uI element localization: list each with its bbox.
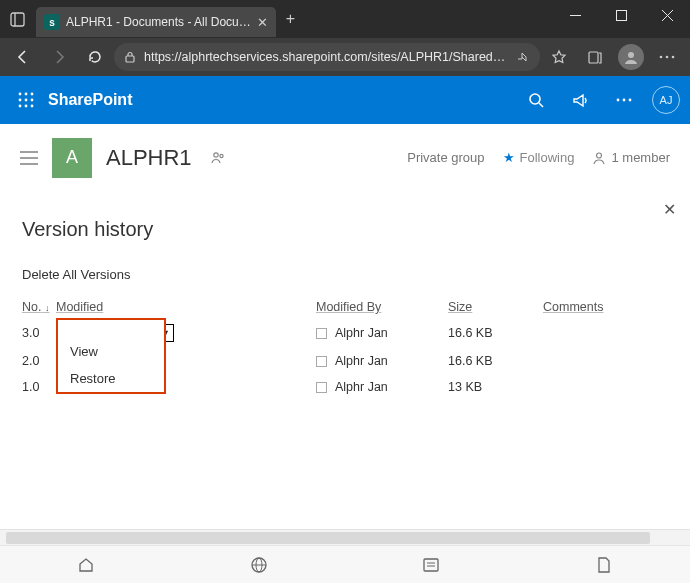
members-link[interactable]: 1 member [592, 150, 670, 165]
forward-button[interactable] [42, 42, 76, 72]
person-icon [592, 151, 606, 165]
window-titlebar: s ALPHR1 - Documents - All Docu… ✕ + [0, 0, 690, 38]
col-size[interactable]: Size [448, 296, 543, 318]
site-logo[interactable]: A [52, 138, 92, 178]
announce-icon[interactable] [564, 84, 596, 116]
files-icon[interactable] [590, 551, 618, 579]
suite-actions: AJ [520, 84, 680, 116]
version-history-panel: ✕ Version history Delete All Versions No… [0, 192, 690, 400]
refresh-button[interactable] [78, 42, 112, 72]
sharepoint-favicon: s [44, 14, 60, 30]
svg-point-23 [617, 99, 620, 102]
hamburger-icon[interactable] [20, 151, 38, 165]
suite-bar: SharePoint AJ [0, 76, 690, 124]
sort-desc-icon: ↓ [45, 303, 50, 313]
cell-size: 13 KB [448, 374, 543, 400]
settings-more-icon[interactable] [608, 84, 640, 116]
delete-all-link[interactable]: Delete All Versions [22, 267, 130, 282]
cell-by: Alphr Jan [316, 318, 448, 348]
teams-icon[interactable] [210, 150, 226, 166]
cell-by: Alphr Jan [316, 374, 448, 400]
checkbox[interactable] [316, 356, 327, 367]
cell-size: 16.6 KB [448, 318, 543, 348]
minimize-button[interactable] [552, 0, 598, 30]
version-table: No. ↓ Modified Modified By Size Comments… [22, 296, 668, 400]
read-aloud-icon[interactable] [516, 50, 530, 64]
address-bar: https://alphrtechservices.sharepoint.com… [0, 38, 690, 76]
lock-icon [124, 51, 136, 63]
cell-size: 16.6 KB [448, 348, 543, 374]
svg-point-9 [660, 56, 663, 59]
tab-shelf: s ALPHR1 - Documents - All Docu… ✕ + [0, 0, 305, 38]
panel-title: Version history [22, 218, 668, 241]
window-controls [552, 0, 690, 30]
menu-restore[interactable]: Restore [58, 365, 164, 392]
svg-line-22 [539, 103, 543, 107]
cell-no: 2.0 [22, 348, 56, 374]
following-button[interactable]: ★Following [503, 150, 575, 165]
svg-point-19 [25, 105, 28, 108]
cell-comments [543, 374, 668, 400]
version-context-menu: View Restore [56, 318, 166, 394]
horizontal-scrollbar[interactable] [0, 529, 690, 545]
search-icon[interactable] [520, 84, 552, 116]
svg-point-12 [19, 93, 22, 96]
app-launcher-icon[interactable] [6, 80, 46, 120]
checkbox[interactable] [316, 328, 327, 339]
svg-point-17 [31, 99, 34, 102]
cell-comments [543, 318, 668, 348]
home-icon[interactable] [72, 551, 100, 579]
svg-rect-3 [616, 10, 626, 20]
cell-by: Alphr Jan [316, 348, 448, 374]
svg-point-14 [31, 93, 34, 96]
maximize-button[interactable] [598, 0, 644, 30]
star-icon: ★ [503, 150, 515, 165]
svg-point-31 [597, 153, 602, 158]
table-row[interactable]: 3.0 ▼ View Restore Alphr Jan 16.6 KB [22, 318, 668, 348]
svg-point-10 [666, 56, 669, 59]
svg-point-8 [628, 52, 634, 58]
menu-button[interactable] [650, 42, 684, 72]
svg-point-24 [623, 99, 626, 102]
new-tab-button[interactable]: + [276, 10, 305, 28]
close-window-button[interactable] [644, 0, 690, 30]
group-type-label: Private group [407, 150, 484, 165]
url-text: https://alphrtechservices.sharepoint.com… [144, 50, 508, 64]
profile-button[interactable] [614, 42, 648, 72]
bottom-toolbar [0, 545, 690, 583]
url-field[interactable]: https://alphrtechservices.sharepoint.com… [114, 43, 540, 71]
svg-rect-35 [424, 559, 438, 571]
svg-point-20 [31, 105, 34, 108]
browser-tab[interactable]: s ALPHR1 - Documents - All Docu… ✕ [36, 7, 276, 37]
tab-close-icon[interactable]: ✕ [257, 15, 268, 30]
svg-point-29 [213, 152, 217, 156]
close-panel-icon[interactable]: ✕ [663, 200, 676, 219]
cell-modified[interactable]: ▼ View Restore [56, 318, 316, 348]
svg-rect-6 [126, 56, 134, 62]
tab-title: ALPHR1 - Documents - All Docu… [66, 15, 251, 29]
col-no[interactable]: No. ↓ [22, 296, 56, 318]
scroll-thumb[interactable] [6, 532, 650, 544]
col-comments[interactable]: Comments [543, 296, 668, 318]
svg-point-18 [19, 105, 22, 108]
collections-icon[interactable] [578, 42, 612, 72]
svg-point-11 [672, 56, 675, 59]
menu-view[interactable]: View [58, 338, 164, 365]
site-name[interactable]: ALPHR1 [106, 145, 192, 171]
site-header: A ALPHR1 Private group ★Following 1 memb… [0, 124, 690, 192]
col-modified[interactable]: Modified [56, 296, 316, 318]
back-button[interactable] [6, 42, 40, 72]
svg-rect-7 [589, 52, 598, 63]
news-icon[interactable] [417, 551, 445, 579]
svg-point-13 [25, 93, 28, 96]
checkbox[interactable] [316, 382, 327, 393]
globe-icon[interactable] [245, 551, 273, 579]
svg-point-15 [19, 99, 22, 102]
col-modified-by[interactable]: Modified By [316, 296, 448, 318]
brand-label[interactable]: SharePoint [48, 91, 132, 109]
svg-point-25 [629, 99, 632, 102]
tab-actions-icon[interactable] [6, 8, 28, 30]
svg-rect-0 [11, 13, 24, 26]
user-avatar[interactable]: AJ [652, 86, 680, 114]
favorites-icon[interactable] [542, 42, 576, 72]
